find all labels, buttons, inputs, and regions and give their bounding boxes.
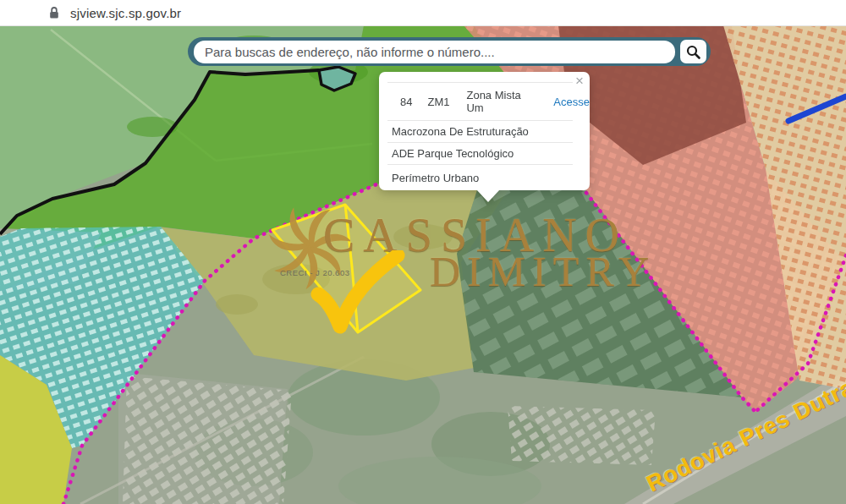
- zone-access-link[interactable]: Acesse: [553, 96, 590, 108]
- popup-tail-pointer: [476, 189, 500, 202]
- search-button[interactable]: [680, 40, 706, 63]
- search-input[interactable]: [194, 41, 675, 63]
- close-icon[interactable]: ×: [575, 74, 584, 88]
- lock-icon: [48, 6, 60, 19]
- zone-name: Zona Mista Um: [466, 89, 536, 114]
- map-viewport[interactable]: CASSIANO DIMITRY CRECI - J 20.603 Rodovi…: [0, 25, 846, 504]
- popup-row-ade: ADE Parque Tecnológico: [379, 143, 590, 164]
- zone-abbr: ZM1: [427, 96, 449, 108]
- popup-row-perimetro: Perímetro Urbano: [379, 165, 590, 190]
- magnifier-icon: [685, 44, 701, 60]
- browser-address-bar[interactable]: sjview.sjc.sp.gov.br: [0, 0, 846, 26]
- zone-summary-row: 84 ZM1 Zona Mista Um Acesse: [379, 83, 590, 120]
- page-url[interactable]: sjview.sjc.sp.gov.br: [70, 6, 181, 20]
- zoning-info-popup: × 84 ZM1 Zona Mista Um Acesse Macrozona …: [379, 72, 590, 190]
- zone-code: 84: [400, 96, 412, 108]
- screenshot-stage: CASSIANO DIMITRY CRECI - J 20.603 Rodovi…: [0, 0, 846, 504]
- map-search-bar: [188, 37, 711, 66]
- popup-row-macrozona: Macrozona De Estruturação: [379, 121, 590, 142]
